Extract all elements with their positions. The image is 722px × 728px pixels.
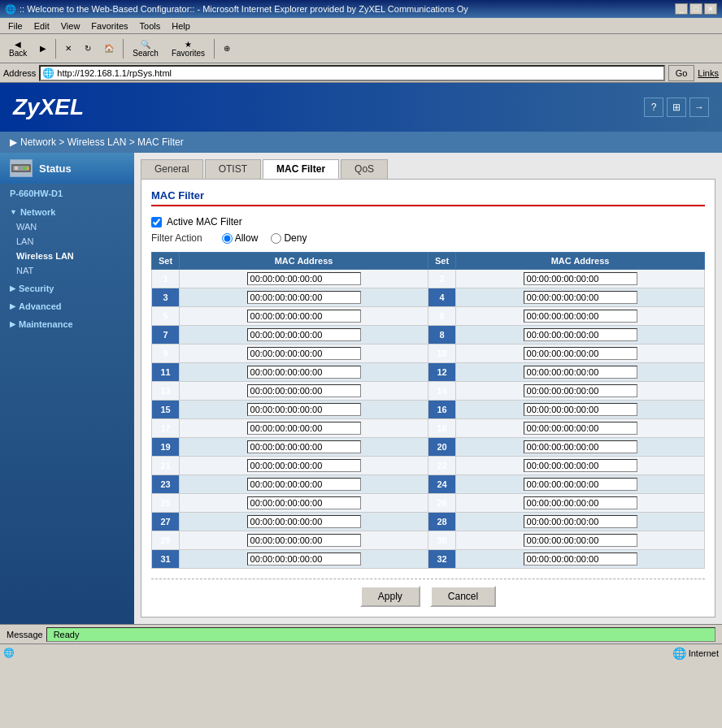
mac-input-30[interactable] (524, 534, 637, 547)
tab-general[interactable]: General (141, 159, 203, 179)
table-row: 1 2 (152, 270, 705, 288)
maximize-button[interactable]: □ (689, 3, 702, 15)
mac-input-3[interactable] (247, 291, 361, 304)
table-row: 31 32 (152, 550, 705, 569)
mac-input-7[interactable] (247, 328, 361, 341)
mac-input-cell-23 (180, 475, 428, 494)
tab-otist[interactable]: OTIST (205, 159, 261, 179)
help-icon-button[interactable]: ? (644, 98, 663, 117)
set-number-28: 28 (428, 513, 456, 531)
search-button[interactable]: 🔍 Search (127, 37, 164, 61)
mac-input-8[interactable] (524, 328, 637, 341)
address-input[interactable] (57, 68, 661, 78)
network-label: Network (20, 207, 55, 217)
menu-file[interactable]: File (3, 20, 28, 32)
mac-input-16[interactable] (524, 403, 637, 416)
set-number-31: 31 (152, 550, 180, 569)
mac-input-26[interactable] (524, 496, 637, 509)
mac-input-28[interactable] (524, 515, 637, 528)
home-button[interactable]: 🏠 (98, 37, 120, 61)
active-mac-filter-checkbox[interactable] (151, 217, 162, 228)
set-number-26: 26 (428, 494, 456, 513)
favorites-button[interactable]: ★ Favorites (166, 37, 211, 61)
mac-input-2[interactable] (524, 272, 637, 285)
cancel-button[interactable]: Cancel (430, 586, 496, 607)
deny-radio-label: Deny (271, 232, 307, 244)
menu-tools[interactable]: Tools (135, 20, 166, 32)
mac-input-5[interactable] (247, 310, 361, 323)
apply-button[interactable]: Apply (360, 586, 420, 607)
sidebar-item-wan[interactable]: WAN (0, 219, 134, 234)
forward-button[interactable]: ▶ (34, 37, 52, 61)
toolbar: ◀ Back ▶ ✕ ↻ 🏠 🔍 Search ★ Favorites ⊕ (0, 34, 722, 63)
deny-radio[interactable] (271, 233, 281, 244)
sidebar-network-header[interactable]: ▼ Network (0, 205, 134, 219)
mac-input-9[interactable] (247, 347, 361, 360)
sidebar-item-lan[interactable]: LAN (0, 234, 134, 249)
stop-button[interactable]: ✕ (59, 37, 77, 61)
toolbar-separator-3 (214, 39, 215, 58)
mac-input-20[interactable] (524, 440, 637, 453)
close-button[interactable]: ✕ (704, 3, 717, 15)
sidebar-status[interactable]: Status (0, 153, 134, 184)
set-number-2: 2 (428, 270, 456, 288)
mac-input-14[interactable] (524, 384, 637, 397)
main-layout: Status P-660HW-D1 ▼ Network WAN LAN Wire… (0, 153, 722, 624)
mac-input-32[interactable] (524, 552, 637, 566)
mac-input-11[interactable] (247, 366, 361, 379)
mac-input-cell-32 (456, 550, 705, 569)
tab-mac-filter[interactable]: MAC Filter (263, 159, 339, 179)
sidebar-item-nat[interactable]: NAT (0, 263, 134, 278)
mac-input-1[interactable] (247, 272, 361, 285)
mac-input-31[interactable] (247, 552, 361, 566)
refresh-button[interactable]: ↻ (79, 37, 97, 61)
mac-input-27[interactable] (247, 515, 361, 528)
mac-input-6[interactable] (524, 310, 637, 323)
sidebar-maintenance-header[interactable]: ▶ Maintenance (0, 317, 134, 332)
mac-input-23[interactable] (247, 478, 361, 491)
table-row: 21 22 (152, 457, 705, 475)
menu-view[interactable]: View (56, 20, 85, 32)
maintenance-label: Maintenance (19, 319, 73, 329)
logout-icon-button[interactable]: → (689, 98, 709, 117)
button-row: Apply Cancel (151, 578, 705, 607)
mac-input-19[interactable] (247, 440, 361, 453)
set-number-15: 15 (152, 401, 180, 419)
go-button[interactable]: Go (668, 65, 695, 81)
links-label[interactable]: Links (698, 68, 719, 78)
mac-input-25[interactable] (247, 496, 361, 509)
mac-input-17[interactable] (247, 422, 361, 435)
menu-edit[interactable]: Edit (29, 20, 54, 32)
set-number-11: 11 (152, 363, 180, 382)
ie-status-right: 🌐 Internet (672, 647, 719, 660)
mac-input-12[interactable] (524, 366, 637, 379)
sidebar-section-advanced: ▶ Advanced (0, 297, 134, 315)
sidebar-advanced-header[interactable]: ▶ Advanced (0, 299, 134, 314)
message-value: Ready (46, 627, 715, 642)
media-button[interactable]: ⊕ (218, 37, 236, 61)
menu-favorites[interactable]: Favorites (86, 20, 133, 32)
grid-icon-button[interactable]: ⊞ (667, 98, 686, 117)
back-button[interactable]: ◀ Back (3, 37, 33, 61)
sidebar-security-header[interactable]: ▶ Security (0, 281, 134, 296)
refresh-icon: ↻ (85, 44, 91, 53)
set-number-1: 1 (152, 270, 180, 288)
mac-input-10[interactable] (524, 347, 637, 360)
mac-input-13[interactable] (247, 384, 361, 397)
table-row: 27 28 (152, 513, 705, 531)
mac-input-15[interactable] (247, 403, 361, 416)
mac-input-21[interactable] (247, 459, 361, 472)
menu-help[interactable]: Help (167, 20, 195, 32)
mac-input-22[interactable] (524, 459, 637, 472)
mac-input-cell-13 (180, 382, 428, 401)
mac-input-18[interactable] (524, 422, 637, 435)
mac-input-24[interactable] (524, 478, 637, 491)
set-number-3: 3 (152, 288, 180, 307)
mac-input-29[interactable] (247, 534, 361, 547)
filter-controls: Active MAC Filter Filter Action Allow De… (151, 216, 705, 244)
tab-qos[interactable]: QoS (341, 159, 388, 179)
sidebar-item-wireless-lan[interactable]: Wireless LAN (0, 249, 134, 263)
minimize-button[interactable]: _ (675, 3, 688, 15)
mac-input-4[interactable] (524, 291, 637, 304)
allow-radio[interactable] (222, 233, 233, 244)
